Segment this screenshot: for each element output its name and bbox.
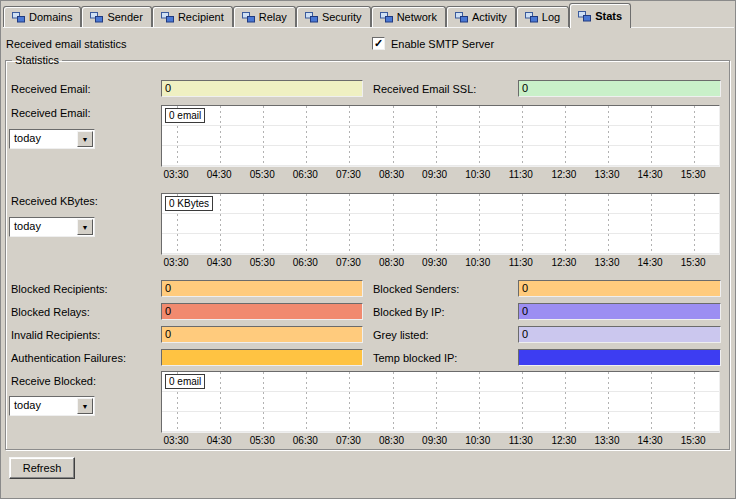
chart-gridline <box>608 106 609 166</box>
receive-blocked-period-select[interactable]: today ▼ <box>9 396 95 416</box>
tab-network[interactable]: Network <box>371 6 446 27</box>
chart-badge: 0 email <box>165 374 205 389</box>
chart-gridline <box>522 372 523 432</box>
time-axis-label: 13:30 <box>585 257 628 270</box>
received-kbytes-period-select[interactable]: today ▼ <box>9 217 95 237</box>
dropdown-button[interactable]: ▼ <box>77 131 93 147</box>
time-axis: 03:3004:3005:3006:3007:3008:3009:3010:30… <box>161 169 723 182</box>
refresh-button[interactable]: Refresh <box>9 457 75 479</box>
tab-label: Log <box>542 11 560 23</box>
tab-log[interactable]: Log <box>516 6 569 27</box>
network-icon <box>305 12 318 23</box>
tab-recipient[interactable]: Recipient <box>152 6 233 27</box>
chart-gridline <box>651 194 652 254</box>
tab-relay[interactable]: Relay <box>233 6 296 27</box>
time-axis-label: 10:30 <box>456 435 499 448</box>
tab-stats[interactable]: Stats <box>569 3 631 28</box>
time-axis-label: 03:30 <box>161 435 198 448</box>
period-value: today <box>14 132 41 144</box>
chart-gridline <box>349 372 350 432</box>
chart-badge: 0 KBytes <box>165 196 213 211</box>
time-axis-label: 05:30 <box>241 169 284 182</box>
chart-gridline <box>565 194 566 254</box>
network-icon <box>380 12 393 23</box>
received-kbytes-chart-label: Received KBytes: <box>11 195 98 207</box>
network-icon <box>242 12 255 23</box>
time-axis-label: 03:30 <box>161 169 198 182</box>
chart-gridline <box>608 372 609 432</box>
time-axis-label: 06:30 <box>284 435 327 448</box>
blocked-recipients-label: Blocked Recipients: <box>11 283 108 295</box>
enable-smtp-checkbox[interactable]: ✓ <box>372 37 385 50</box>
auth-failures-field <box>161 349 363 366</box>
received-email-chart: 0 email <box>161 105 720 167</box>
time-axis-label: 09:30 <box>413 169 456 182</box>
time-axis-label: 12:30 <box>542 435 585 448</box>
received-email-chart-label: Received Email: <box>11 107 90 119</box>
grey-listed-field: 0 <box>518 326 721 343</box>
tab-activity[interactable]: Activity <box>446 6 516 27</box>
chart-gridline <box>393 194 394 254</box>
time-axis-label: 07:30 <box>327 257 370 270</box>
received-email-label: Received Email: <box>11 83 90 95</box>
time-axis-label: 06:30 <box>284 257 327 270</box>
chart-gridline <box>263 106 264 166</box>
temp-blocked-ip-label: Temp blocked IP: <box>373 352 457 364</box>
time-axis-label: 15:30 <box>672 435 715 448</box>
time-axis-label: 10:30 <box>456 257 499 270</box>
time-axis-label: 15:30 <box>672 257 715 270</box>
network-icon <box>161 12 174 23</box>
blocked-relays-field: 0 <box>161 303 363 320</box>
chart-gridline <box>694 372 695 432</box>
auth-failures-label: Authentication Failures: <box>11 352 126 364</box>
receive-blocked-chart: 0 email <box>161 371 720 433</box>
time-axis-label: 13:30 <box>585 435 628 448</box>
time-axis-label: 13:30 <box>585 169 628 182</box>
chart-gridline <box>220 372 221 432</box>
chart-gridline <box>436 106 437 166</box>
time-axis-label: 04:30 <box>198 435 241 448</box>
chart-gridline <box>263 194 264 254</box>
blocked-senders-label: Blocked Senders: <box>373 283 459 295</box>
time-axis-label: 09:30 <box>413 257 456 270</box>
chart-gridline <box>349 106 350 166</box>
chart-gridline <box>479 372 480 432</box>
chart-gridline <box>436 372 437 432</box>
chevron-down-icon: ▼ <box>82 403 89 410</box>
received-kbytes-chart: 0 KBytes <box>161 193 720 255</box>
chart-gridline <box>565 372 566 432</box>
period-value: today <box>14 399 41 411</box>
dropdown-button[interactable]: ▼ <box>77 219 93 235</box>
tab-security[interactable]: Security <box>296 6 371 27</box>
blocked-by-ip-label: Blocked By IP: <box>373 306 445 318</box>
page-subtitle: Received email statistics <box>6 38 126 50</box>
time-axis-label: 14:30 <box>629 435 672 448</box>
chevron-down-icon: ▼ <box>82 224 89 231</box>
chart-gridline <box>436 194 437 254</box>
chart-gridline <box>263 372 264 432</box>
enable-smtp-checkbox-row[interactable]: ✓ Enable SMTP Server <box>372 37 494 50</box>
tab-label: Sender <box>107 11 142 23</box>
dropdown-button[interactable]: ▼ <box>77 398 93 414</box>
tab-label: Security <box>322 11 362 23</box>
received-email-field: 0 <box>161 80 363 97</box>
tab-domains[interactable]: Domains <box>3 6 81 27</box>
chart-gridline <box>522 194 523 254</box>
tab-label: Relay <box>259 11 287 23</box>
chart-gridline <box>694 194 695 254</box>
network-icon <box>90 12 103 23</box>
tab-sender[interactable]: Sender <box>81 6 151 27</box>
invalid-recipients-field: 0 <box>161 326 363 343</box>
received-email-period-select[interactable]: today ▼ <box>9 129 95 149</box>
time-axis-label: 04:30 <box>198 169 241 182</box>
time-axis-label: 14:30 <box>629 169 672 182</box>
receive-blocked-chart-label: Receive Blocked: <box>11 375 96 387</box>
chart-gridline <box>306 194 307 254</box>
blocked-by-ip-field: 0 <box>518 303 721 320</box>
time-axis-label: 14:30 <box>629 257 672 270</box>
time-axis: 03:3004:3005:3006:3007:3008:3009:3010:30… <box>161 435 723 448</box>
time-axis-label: 12:30 <box>542 169 585 182</box>
time-axis-label: 10:30 <box>456 169 499 182</box>
chart-gridline <box>479 194 480 254</box>
chart-gridline <box>694 106 695 166</box>
